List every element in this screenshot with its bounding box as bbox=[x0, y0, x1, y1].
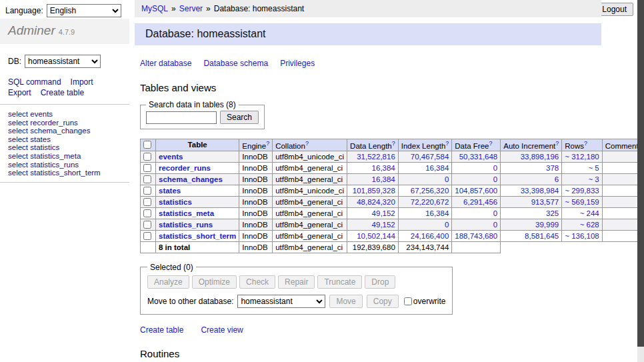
data-free-link[interactable]: 50,331,648 bbox=[459, 153, 498, 161]
table-name-link[interactable]: schema_changes bbox=[159, 175, 223, 183]
column-help-link[interactable]: ? bbox=[489, 140, 492, 147]
sidebar-create-table-link[interactable]: Create table bbox=[41, 88, 84, 97]
select-all-checkbox[interactable] bbox=[143, 141, 151, 149]
sidebar-export-link[interactable]: Export bbox=[8, 88, 31, 97]
auto-increment-link[interactable]: 39,999 bbox=[535, 221, 559, 229]
move-button[interactable]: Move bbox=[329, 295, 362, 308]
auto-increment-link[interactable]: 913,577 bbox=[531, 198, 559, 206]
table-name-link[interactable]: statistics bbox=[159, 198, 192, 206]
column-help-link[interactable]: ? bbox=[555, 140, 559, 147]
auto-increment-link[interactable]: 378 bbox=[546, 164, 559, 172]
table-name-link[interactable]: statistics_meta bbox=[159, 209, 214, 217]
column-help-link[interactable]: ? bbox=[445, 140, 449, 147]
data-free-link[interactable]: 104,857,600 bbox=[455, 187, 497, 195]
data-free-link[interactable]: 6,291,456 bbox=[463, 198, 497, 206]
data-length-link[interactable]: 16,384 bbox=[372, 164, 395, 172]
overwrite-checkbox[interactable] bbox=[404, 297, 412, 305]
table-name-link[interactable]: states bbox=[159, 187, 181, 195]
optimize-button[interactable]: Optimize bbox=[192, 275, 237, 289]
column-help-link[interactable]: ? bbox=[305, 140, 309, 147]
rows-link[interactable]: ~ 5 bbox=[588, 164, 599, 172]
move-database-select[interactable]: homeassistant bbox=[237, 295, 325, 308]
index-length-link[interactable]: 70,467,584 bbox=[411, 153, 449, 161]
rows-link[interactable]: ~ 136,108 bbox=[565, 232, 599, 240]
sidebar-table-link[interactable]: select statistics bbox=[8, 143, 121, 152]
drop-button[interactable]: Drop bbox=[365, 275, 395, 289]
database-schema-link[interactable]: Database schema bbox=[203, 59, 268, 68]
row-checkbox[interactable] bbox=[143, 164, 151, 172]
row-checkbox[interactable] bbox=[143, 187, 151, 195]
column-help-link[interactable]: ? bbox=[392, 140, 395, 147]
rows-link[interactable]: ~ 628 bbox=[580, 221, 599, 229]
sidebar-table-link[interactable]: select statistics_short_term bbox=[8, 169, 121, 177]
data-length-link[interactable]: 31,522,816 bbox=[357, 153, 395, 161]
data-free-link[interactable]: 0 bbox=[493, 209, 497, 217]
privileges-link[interactable]: Privileges bbox=[280, 59, 315, 68]
index-length-link[interactable]: 16,384 bbox=[425, 209, 449, 217]
auto-increment-link[interactable]: 6 bbox=[555, 175, 559, 183]
breadcrumb-mysql-link[interactable]: MySQL bbox=[141, 4, 168, 13]
data-length-link[interactable]: 49,152 bbox=[372, 209, 395, 217]
auto-increment-link[interactable]: 33,898,196 bbox=[521, 153, 559, 161]
index-length-link[interactable]: 72,220,672 bbox=[411, 198, 449, 206]
sidebar-import-link[interactable]: Import bbox=[71, 77, 93, 87]
data-length-link[interactable]: 48,824,320 bbox=[357, 198, 395, 206]
table-name-link[interactable]: events bbox=[159, 153, 183, 161]
data-free-link[interactable]: 188,743,680 bbox=[455, 232, 497, 240]
data-length-link[interactable]: 10,502,144 bbox=[357, 232, 395, 240]
scrollbar[interactable] bbox=[637, 0, 644, 362]
sidebar-table-link[interactable]: select states bbox=[8, 135, 121, 144]
row-checkbox[interactable] bbox=[143, 221, 151, 229]
rows-link[interactable]: ~ 3 bbox=[588, 175, 599, 183]
index-length-link[interactable]: 67,256,320 bbox=[411, 187, 449, 195]
sidebar-sql-command-link[interactable]: SQL command bbox=[8, 77, 61, 87]
index-length-link[interactable]: 0 bbox=[445, 175, 449, 183]
row-checkbox[interactable] bbox=[143, 198, 151, 206]
data-free-link[interactable]: 0 bbox=[493, 164, 497, 172]
sidebar-table-link[interactable]: select recorder_runs bbox=[8, 119, 121, 127]
db-select[interactable]: homeassistant bbox=[25, 55, 101, 68]
sidebar-table-link[interactable]: select statistics_runs bbox=[8, 161, 121, 169]
search-button[interactable]: Search bbox=[220, 111, 259, 124]
check-button[interactable]: Check bbox=[239, 275, 275, 289]
app-version[interactable]: 4.7.9 bbox=[59, 28, 75, 36]
sidebar-table-link[interactable]: select schema_changes bbox=[8, 127, 121, 135]
alter-database-link[interactable]: Alter database bbox=[140, 59, 191, 68]
language-select[interactable]: English bbox=[47, 4, 121, 17]
column-help-link[interactable]: ? bbox=[266, 140, 269, 147]
rows-link[interactable]: ~ 299,833 bbox=[565, 187, 599, 195]
row-checkbox[interactable] bbox=[143, 232, 151, 240]
table-name-link[interactable]: statistics_short_term bbox=[159, 232, 236, 240]
create-view-link[interactable]: Create view bbox=[201, 325, 243, 335]
copy-button[interactable]: Copy bbox=[367, 295, 399, 308]
table-name-link[interactable]: statistics_runs bbox=[159, 221, 213, 229]
column-help-link[interactable]: ? bbox=[584, 140, 587, 147]
data-free-link[interactable]: 0 bbox=[493, 221, 497, 229]
breadcrumb-server-link[interactable]: Server bbox=[179, 4, 203, 13]
rows-link[interactable]: ~ 569,159 bbox=[565, 198, 599, 206]
index-length-link[interactable]: 0 bbox=[445, 221, 449, 229]
rows-link[interactable]: ~ 312,180 bbox=[565, 153, 599, 161]
auto-increment-link[interactable]: 325 bbox=[546, 209, 559, 217]
index-length-link[interactable]: 24,166,400 bbox=[411, 232, 449, 240]
rows-link[interactable]: ~ 244 bbox=[580, 209, 599, 217]
row-checkbox[interactable] bbox=[143, 153, 151, 161]
auto-increment-link[interactable]: 8,581,645 bbox=[525, 232, 559, 240]
auto-increment-link[interactable]: 33,398,984 bbox=[521, 187, 559, 195]
create-table-link[interactable]: Create table bbox=[140, 325, 183, 335]
sidebar-table-link[interactable]: select events bbox=[8, 110, 121, 119]
search-input[interactable] bbox=[146, 111, 217, 124]
scrollbar-thumb[interactable] bbox=[637, 0, 644, 347]
data-length-link[interactable]: 49,152 bbox=[372, 221, 395, 229]
sidebar-table-link[interactable]: select statistics_meta bbox=[8, 152, 121, 161]
data-free-link[interactable]: 0 bbox=[493, 175, 497, 183]
row-checkbox[interactable] bbox=[143, 175, 151, 183]
repair-button[interactable]: Repair bbox=[278, 275, 315, 289]
data-length-link[interactable]: 101,859,328 bbox=[353, 187, 395, 195]
truncate-button[interactable]: Truncate bbox=[317, 275, 362, 289]
index-length-link[interactable]: 16,384 bbox=[425, 164, 449, 172]
analyze-button[interactable]: Analyze bbox=[147, 275, 189, 289]
table-name-link[interactable]: recorder_runs bbox=[159, 164, 211, 172]
app-name[interactable]: Adminer bbox=[8, 23, 55, 37]
row-checkbox[interactable] bbox=[143, 209, 151, 217]
